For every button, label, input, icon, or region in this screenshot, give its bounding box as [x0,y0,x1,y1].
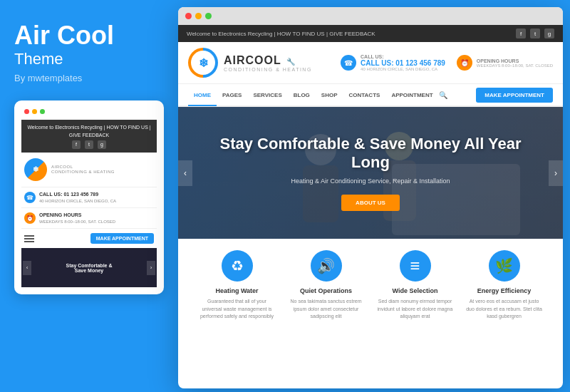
quiet-operations-icon: 🔊 [311,250,342,282]
mobile-call-row: ☎ CALL US: 01 123 456 789 40 HORIZON CIR… [21,187,157,208]
desktop-dot-green [205,13,212,19]
mobile-hours-info: OPENING HOURS WEEKDAYS 8:00–18:00, SAT. … [39,212,115,225]
desktop-call-text: CALL US: CALL US: 01 123 456 789 40 HORI… [361,54,445,71]
feature-heating-water: ♻ Heating Water Guaranteed that all of y… [198,250,276,321]
nav-item-appointment[interactable]: APPOINTMENT [385,85,438,106]
desktop-hours-label: OPENING HOURS [477,58,553,63]
twitter-icon[interactable]: t [85,140,93,149]
desktop-snowflake-icon: ❄ [199,56,208,70]
google-icon[interactable]: g [98,140,106,149]
facebook-icon[interactable]: f [72,140,81,149]
hero-title: Stay Comfortable & Save Money All Year L… [207,135,534,172]
nav-appointment-button[interactable]: MAKE APPOINTMENT [476,88,553,103]
desktop-topbar-links: Welcome to Electronics Recycling | HOW T… [187,31,375,37]
nav-item-blog[interactable]: BLOG [288,85,316,106]
mobile-next-arrow[interactable]: › [147,261,155,275]
desktop-topbar: Welcome to Electronics Recycling | HOW T… [178,25,563,42]
mobile-hero: Stay Comfortable &Save Money ‹ › [21,248,157,287]
desktop-contact-info: ☎ CALL US: CALL US: 01 123 456 789 40 HO… [341,54,553,71]
desktop-brand-name: AIRCOOL 🔧 [224,54,312,67]
mobile-hours-row: ⏰ OPENING HOURS WEEKDAYS 8:00–18:00, SAT… [21,208,157,229]
feature-title-0: Heating Water [198,287,276,294]
mobile-logo-circle: ❄ [24,158,47,181]
desktop-hours-sub: WEEKDAYS 8:00–18:00, SAT. CLOSED [477,63,553,68]
desktop-call-number: CALL US: 01 123 456 789 [361,59,445,67]
mobile-window-controls [21,108,157,115]
hero-about-button[interactable]: ABOUT US [341,195,400,211]
mobile-dot-red [24,109,29,114]
snowflake-icon: ❄ [33,165,38,173]
hamburger-menu-icon[interactable] [24,235,34,242]
feature-title-2: Wide Selection [376,287,455,294]
desktop-hero: Stay Comfortable & Save Money All Year L… [178,107,563,239]
mobile-dot-yellow [32,109,37,114]
feature-desc-3: At vero eos et accusam et justo duo dolo… [465,298,544,321]
wide-selection-icon: ≡ [400,250,431,282]
feature-desc-1: No sea takimata sanctus estrem ipsum dol… [287,298,366,321]
wrench-icon: 🔧 [286,58,296,66]
desktop-call-label: CALL US: [361,54,445,59]
desktop-hours-text: OPENING HOURS WEEKDAYS 8:00–18:00, SAT. … [477,58,553,68]
features-section: ♻ Heating Water Guaranteed that all of y… [178,239,563,328]
desktop-facebook-icon[interactable]: f [516,29,526,38]
mobile-appointment-button[interactable]: MAKE APPOINTMENT [90,233,154,244]
mobile-mockup: Welcome to Electronics Recycling | HOW T… [14,100,164,295]
mobile-topbar: Welcome to Electronics Recycling | HOW T… [21,120,157,153]
phone-icon: ☎ [24,192,36,203]
nav-item-pages[interactable]: PAGES [217,85,247,106]
desktop-twitter-icon[interactable]: t [530,29,540,38]
feature-quiet-operations: 🔊 Quiet Operations No sea takimata sanct… [287,250,366,321]
mobile-call-info: CALL US: 01 123 456 789 40 HORIZON CIRCL… [39,191,116,204]
nav-links: HOME PAGES SERVICES BLOG SHOP CONTACTS A… [188,84,447,105]
desktop-call-item: ☎ CALL US: CALL US: 01 123 456 789 40 HO… [341,54,445,71]
desktop-hours-item: ⏰ OPENING HOURS WEEKDAYS 8:00–18:00, SAT… [457,54,553,71]
feature-desc-0: Guaranteed that all of your universal wa… [198,298,276,321]
desktop-brand-sub: CONDITIONING & HEATING [224,67,312,72]
desktop-clock-icon: ⏰ [457,55,472,71]
desktop-nav: HOME PAGES SERVICES BLOG SHOP CONTACTS A… [178,84,563,107]
nav-item-services[interactable]: SERVICES [247,85,287,106]
mobile-logo-row: ❄ AIRCOOL CONDITIONING & HEATING [21,153,157,187]
feature-desc-2: Sed diam nonumy eirmod tempor invidunt u… [376,298,455,321]
hero-subtitle: Heating & Air Conditioning Service, Repa… [207,177,534,185]
hero-content: Stay Comfortable & Save Money All Year L… [178,135,563,212]
desktop-logo-inner: ❄ [191,51,215,75]
search-icon[interactable]: 🔍 [439,91,447,99]
mobile-topbar-text: Welcome to Electronics Recycling | HOW T… [27,123,151,139]
mobile-hero-text: Stay Comfortable &Save Money [66,263,113,273]
nav-item-contacts[interactable]: CONTACTS [343,85,386,106]
desktop-brand-text: AIRCOOL 🔧 CONDITIONING & HEATING [224,54,312,72]
desktop-window-controls [178,7,563,25]
energy-efficiency-icon: 🌿 [489,250,520,282]
feature-title-3: Energy Efficiency [465,287,544,294]
theme-title: Air Cool [14,21,160,50]
mobile-brand: AIRCOOL CONDITIONING & HEATING [51,165,115,175]
theme-subtitle: Theme [14,50,160,68]
mobile-social-row: f t g [27,140,151,149]
desktop-header: ❄ AIRCOOL 🔧 CONDITIONING & HEATING ☎ CAL… [178,42,563,84]
theme-author: By mwtemplates [14,73,160,83]
desktop-google-icon[interactable]: g [544,29,554,38]
desktop-logo-circle: ❄ [188,48,218,78]
feature-wide-selection: ≡ Wide Selection Sed diam nonumy eirmod … [376,250,455,321]
feature-title-1: Quiet Operations [287,287,366,294]
desktop-phone-icon: ☎ [341,55,356,71]
left-panel: Air Cool Theme By mwtemplates Welcome to… [0,0,175,392]
mobile-nav-row: MAKE APPOINTMENT [21,229,157,248]
desktop-logo-area: ❄ AIRCOOL 🔧 CONDITIONING & HEATING [188,48,312,78]
desktop-dot-red [185,13,192,19]
mobile-prev-arrow[interactable]: ‹ [23,261,31,275]
desktop-topbar-text: Welcome to Electronics Recycling | HOW T… [187,31,375,37]
desktop-mockup: Welcome to Electronics Recycling | HOW T… [178,7,563,388]
desktop-dot-yellow [195,13,202,19]
mobile-dot-green [40,109,45,114]
desktop-topbar-social: f t g [516,29,554,38]
nav-item-home[interactable]: HOME [188,85,217,106]
desktop-call-address: 40 HORIZON CIRCLE, SAN DIEGO, CA [361,67,445,71]
clock-icon: ⏰ [24,212,36,224]
nav-item-shop[interactable]: SHOP [316,85,343,106]
heating-water-icon: ♻ [222,250,253,282]
feature-energy-efficiency: 🌿 Energy Efficiency At vero eos et accus… [465,250,544,321]
